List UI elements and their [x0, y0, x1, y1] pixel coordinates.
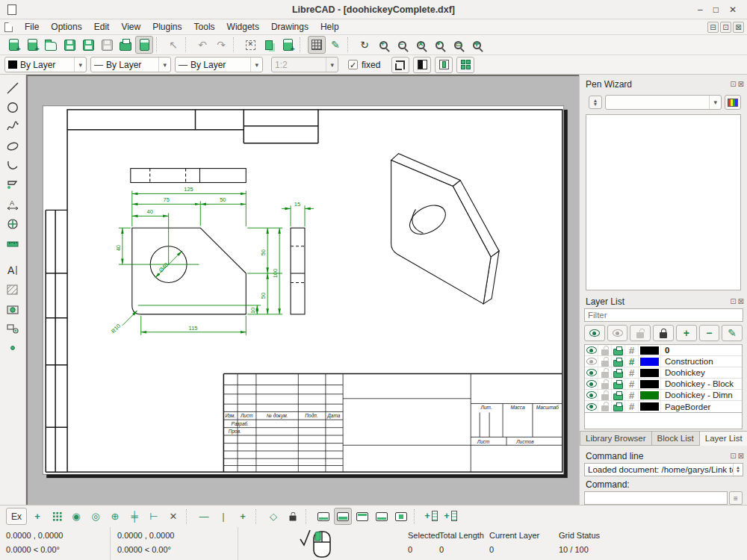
curve-tool-button[interactable] [3, 119, 22, 134]
layer-visible-icon[interactable] [586, 380, 597, 388]
layer-name[interactable]: PageBorder [661, 402, 742, 411]
dimension-tool-button[interactable]: A [3, 197, 22, 211]
close-button[interactable]: ✕ [729, 4, 737, 15]
add-widget-button[interactable] [442, 508, 460, 525]
layer-color-swatch[interactable] [640, 358, 659, 366]
layer-lock-icon[interactable] [601, 394, 609, 400]
panel-float-icon[interactable]: ⊡ [730, 297, 736, 305]
zoom-in-button[interactable]: + [374, 36, 392, 54]
menu-edit[interactable]: Edit [88, 20, 116, 34]
layer-color-swatch[interactable] [640, 346, 659, 355]
layer-print-icon[interactable] [613, 382, 623, 389]
layer-lock-icon[interactable] [601, 349, 609, 355]
menu-options[interactable]: Options [45, 20, 87, 34]
print-button[interactable] [117, 36, 134, 54]
modify-layer-button[interactable]: ✎ [722, 325, 743, 341]
command-input[interactable] [584, 491, 728, 505]
menu-tools[interactable]: Tools [188, 20, 221, 34]
middle-snap-button[interactable]: ╪ [125, 508, 143, 525]
tile-windows-button[interactable] [456, 57, 474, 73]
point-tool-button[interactable] [3, 340, 22, 355]
fit-entity-button[interactable] [435, 57, 453, 73]
entity-snap-button[interactable]: ◎ [87, 508, 105, 525]
auto-zoom-button[interactable]: ✕ [412, 36, 430, 54]
toggle-right-dock-button[interactable] [334, 508, 352, 525]
free-snap-button[interactable]: + [28, 508, 46, 525]
layer-lock-icon[interactable] [601, 361, 609, 367]
color-select[interactable]: By Layer ▾ [4, 57, 87, 72]
panel-close-icon[interactable]: ⊠ [738, 452, 744, 460]
exclusive-snap-button[interactable]: Ex [6, 508, 27, 525]
panel-close-icon[interactable]: ⊠ [738, 80, 744, 88]
layer-lock-icon[interactable] [601, 383, 609, 389]
line-width-select[interactable]: — By Layer ▾ [90, 57, 171, 72]
paste-button[interactable]: + [279, 36, 297, 54]
fixed-checkbox[interactable]: ✓ [348, 60, 358, 69]
layer-construction-icon[interactable]: # [629, 367, 634, 379]
hatch-tool-button[interactable] [3, 282, 22, 296]
add-toolbar-button[interactable] [423, 508, 441, 525]
toggle-bottom-dock-button[interactable] [373, 508, 391, 525]
restrict-vertical-button[interactable]: | [214, 508, 232, 525]
panel-float-icon[interactable]: ⊡ [730, 80, 736, 88]
layer-lock-icon[interactable] [601, 372, 609, 378]
layer-color-swatch[interactable] [640, 380, 659, 388]
text-tool-button[interactable]: A [3, 263, 22, 277]
pen-combo[interactable]: ▾ [605, 95, 722, 110]
layer-filter-input[interactable] [584, 308, 743, 322]
save-as-button[interactable] [79, 36, 97, 54]
add-layer-button[interactable]: + [676, 325, 697, 341]
layer-row[interactable]: # Doohickey - Dimn [585, 390, 742, 401]
layer-construction-icon[interactable]: # [629, 379, 634, 390]
draft-mode-button[interactable]: ✎ [326, 36, 344, 54]
grid-toggle-button[interactable] [308, 36, 326, 54]
menu-drawings[interactable]: Drawings [265, 20, 314, 34]
pen-color-button[interactable] [725, 95, 741, 110]
drawing-canvas[interactable]: 125 75 50 40 40 50 100 50 10 115 R10 Ø40… [28, 76, 579, 505]
mdi-close-button[interactable]: ⊠ [733, 22, 744, 33]
layer-print-icon[interactable] [613, 349, 623, 355]
layer-visible-icon[interactable] [586, 391, 597, 399]
set-relative-zero-button[interactable]: ◇ [264, 508, 282, 525]
select-tool-button[interactable] [3, 178, 22, 192]
endpoint-snap-button[interactable]: ◉ [67, 508, 85, 525]
select-pointer-button[interactable]: ↖ [164, 36, 182, 54]
distance-snap-button[interactable]: ⊢ [145, 508, 163, 525]
unlock-all-layers-button[interactable] [630, 325, 651, 341]
layer-color-swatch[interactable] [640, 402, 659, 411]
print-preview-button[interactable] [135, 36, 153, 54]
tab-library-browser[interactable]: Library Browser [580, 431, 652, 446]
redo-button[interactable]: ↷ [212, 36, 230, 54]
layer-construction-icon[interactable]: # [629, 401, 634, 412]
layer-row[interactable]: # 0 [585, 345, 742, 356]
undo-button[interactable]: ↶ [193, 36, 211, 54]
black-white-button[interactable] [413, 57, 431, 73]
toggle-floating-dock-button[interactable] [392, 508, 410, 525]
layer-row[interactable]: # PageBorder [585, 401, 742, 412]
minimize-button[interactable]: – [698, 4, 703, 15]
line-type-select[interactable]: — By Layer ▾ [175, 57, 263, 72]
polyline-tool-button[interactable] [3, 158, 22, 172]
measure-tool-button[interactable] [3, 236, 22, 250]
cut-button[interactable] [241, 36, 259, 54]
image-tool-button[interactable] [3, 302, 22, 316]
history-spinner[interactable]: ▲▼ [733, 464, 743, 476]
layer-color-swatch[interactable] [640, 391, 659, 399]
drawing-viewport[interactable]: 125 75 50 40 40 50 100 50 10 115 R10 Ø40… [26, 75, 579, 505]
command-history[interactable]: Loaded document: /home/garys/Link to ▲▼ [584, 463, 743, 476]
pen-wizard-list[interactable] [586, 114, 741, 290]
block-tool-button[interactable] [3, 321, 22, 335]
maximize-button[interactable]: □ [713, 4, 719, 15]
lock-relative-zero-button[interactable] [284, 508, 302, 525]
layer-lock-icon[interactable] [601, 405, 609, 411]
layer-construction-icon[interactable]: # [629, 390, 634, 401]
menu-help[interactable]: Help [314, 20, 345, 34]
layer-visible-icon[interactable] [586, 403, 597, 411]
toggle-top-dock-button[interactable] [353, 508, 371, 525]
layer-row[interactable]: # Doohickey [585, 367, 742, 379]
circle-tool-button[interactable] [3, 100, 22, 114]
layer-row[interactable]: # Construction [585, 356, 742, 367]
layer-visible-icon[interactable] [586, 346, 597, 354]
restrict-horizontal-button[interactable]: — [195, 508, 213, 525]
mdi-restore-button[interactable]: ⊡ [720, 22, 731, 33]
